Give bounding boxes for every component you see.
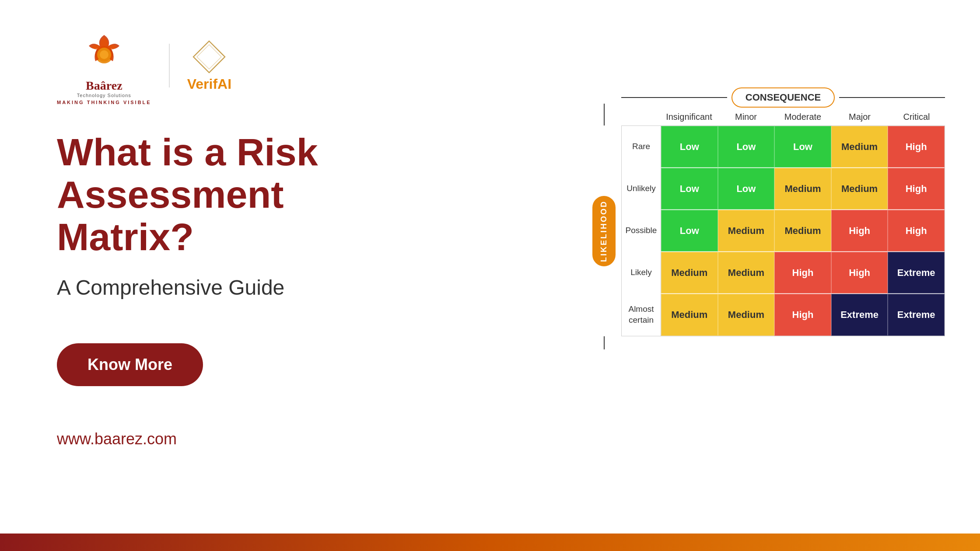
col-header-4: Critical (888, 112, 945, 122)
left-content: What is a Risk Assessment Matrix? A Comp… (57, 131, 341, 448)
col-header-1: Minor (718, 112, 774, 122)
grid-cell-0-0: Low (661, 126, 718, 167)
grid-cell-0-1: Low (718, 126, 775, 167)
baarez-sun-icon (78, 26, 130, 79)
matrix-grid: RareLowLowLowMediumHighUnlikelyLowLowMed… (621, 126, 945, 336)
grid-cell-3-3: High (831, 252, 888, 293)
row-label-0: Rare (622, 126, 661, 167)
main-title: What is a Risk Assessment Matrix? (57, 131, 341, 258)
grid-cell-4-3: Extreme (831, 294, 888, 336)
grid-cell-2-4: High (888, 210, 945, 251)
col-header-0: Insignificant (661, 112, 718, 122)
baarez-subtitle: Technology Solutions (77, 93, 131, 98)
consequence-badge: CONSEQUENCE (732, 87, 835, 108)
grid-cell-3-4: Extreme (888, 252, 945, 293)
svg-marker-3 (193, 41, 225, 73)
logo-divider (169, 44, 170, 87)
grid-row-4: Almost certainMediumMediumHighExtremeExt… (622, 294, 945, 336)
row-label-1: Unlikely (622, 168, 661, 209)
grid-row-2: PossibleLowMediumMediumHighHigh (622, 210, 945, 252)
grid-cell-4-2: High (774, 294, 831, 336)
likelihood-badge: LIKELIHOOD (592, 196, 616, 266)
grid-cell-1-0: Low (661, 168, 718, 209)
grid-cell-4-0: Medium (661, 294, 718, 336)
grid-cell-3-2: High (774, 252, 831, 293)
risk-matrix-container: CONSEQUENCE InsignificantMinorModerateMa… (586, 87, 945, 336)
verifai-name: VerifAI (187, 76, 231, 92)
grid-cell-0-4: High (888, 126, 945, 167)
grid-cell-4-1: Medium (718, 294, 775, 336)
grid-row-1: UnlikelyLowLowMediumMediumHigh (622, 168, 945, 210)
likelihood-line-bottom (604, 336, 605, 349)
col-header-2: Moderate (774, 112, 831, 122)
svg-point-2 (100, 50, 108, 59)
baarez-logo: Baârez Technology Solutions MAKING THINK… (57, 26, 151, 105)
grid-cell-1-3: Medium (831, 168, 888, 209)
likelihood-label-container: LIKELIHOOD (586, 126, 621, 336)
grid-cell-2-3: High (831, 210, 888, 251)
consequence-header-row: CONSEQUENCE (586, 87, 945, 108)
grid-cell-1-2: Medium (774, 168, 831, 209)
column-headers: InsignificantMinorModerateMajorCritical (586, 112, 945, 122)
bottom-bar (0, 534, 980, 551)
grid-cell-3-1: Medium (718, 252, 775, 293)
baarez-name: Baârez (86, 79, 122, 93)
row-label-4: Almost certain (622, 294, 661, 336)
grid-cell-0-2: Low (774, 126, 831, 167)
logo-area: Baârez Technology Solutions MAKING THINK… (57, 26, 231, 105)
svg-marker-4 (197, 45, 221, 69)
consequence-line-left (621, 97, 727, 98)
grid-row-0: RareLowLowLowMediumHigh (622, 126, 945, 168)
likelihood-line-top (604, 104, 605, 126)
verifai-logo: VerifAI (187, 39, 231, 92)
verifai-diamond-icon (192, 39, 227, 74)
grid-cell-2-1: Medium (718, 210, 775, 251)
grid-cell-2-0: Low (661, 210, 718, 251)
grid-cell-1-1: Low (718, 168, 775, 209)
website-url: www.baarez.com (57, 430, 341, 448)
subtitle: A Comprehensive Guide (57, 276, 341, 300)
row-label-2: Possible (622, 210, 661, 251)
col-header-3: Major (831, 112, 888, 122)
row-label-3: Likely (622, 252, 661, 293)
matrix-body: LIKELIHOOD RareLowLowLowMediumHighUnlike… (586, 126, 945, 336)
consequence-line-right (839, 97, 945, 98)
grid-cell-4-4: Extreme (888, 294, 945, 336)
know-more-button[interactable]: Know More (57, 343, 203, 386)
grid-cell-3-0: Medium (661, 252, 718, 293)
grid-cell-0-3: Medium (831, 126, 888, 167)
grid-cell-1-4: High (888, 168, 945, 209)
grid-row-3: LikelyMediumMediumHighHighExtreme (622, 252, 945, 294)
baarez-tagline: MAKING THINKING VISIBLE (57, 100, 151, 105)
grid-cell-2-2: Medium (774, 210, 831, 251)
